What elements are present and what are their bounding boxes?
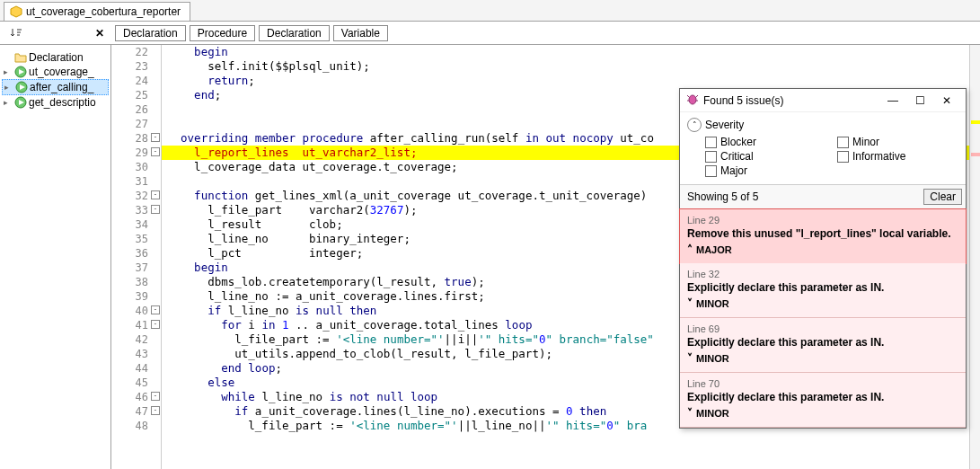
line-number: 37 [111, 261, 161, 275]
line-number: 30 [111, 160, 161, 174]
issue-item[interactable]: Line 29 Remove this unused "l_report_lin… [679, 208, 967, 264]
line-number: 29- [111, 146, 161, 160]
popup-titlebar: Found 5 issue(s) — ☐ ✕ [680, 89, 966, 112]
code-line[interactable]: self.init($$plsql_unit); [162, 59, 969, 74]
line-number: 27 [111, 117, 161, 131]
line-number: 38 [111, 275, 161, 289]
breadcrumb-item[interactable]: Procedure [190, 25, 255, 41]
breadcrumb-item[interactable]: Declaration [259, 25, 330, 41]
chevron-up-icon: ˄ [687, 118, 702, 132]
code-line[interactable]: begin [162, 45, 969, 59]
tree-item[interactable]: ▸ get_descriptio [2, 95, 109, 110]
line-number: 47- [111, 404, 161, 419]
severity-filter[interactable]: Critical [705, 150, 826, 163]
issue-message: Explicitly declare this parameter as IN. [687, 281, 958, 294]
tree-item-label: after_calling_ [30, 81, 93, 93]
fold-toggle[interactable]: - [151, 406, 160, 415]
fold-toggle[interactable]: - [151, 320, 160, 329]
line-number: 22 [111, 45, 161, 59]
line-number: 48 [111, 419, 161, 433]
tree-item-label: get_descriptio [29, 96, 96, 109]
chevron-right-icon: ▸ [4, 67, 13, 76]
severity-filter[interactable]: Major [705, 164, 826, 177]
issue-severity-label: MAJOR [696, 244, 732, 255]
issue-message: Explicitly declare this parameter as IN. [687, 336, 958, 349]
editor-tab-bar: ut_coverage_cobertura_reporter [0, 0, 980, 22]
chevron-down-icon: ˅ [687, 352, 693, 365]
line-number: 23 [111, 59, 161, 74]
issue-severity-label: MINOR [696, 298, 729, 309]
fold-toggle[interactable]: - [151, 133, 160, 142]
fold-toggle[interactable]: - [151, 392, 160, 401]
line-number: 43 [111, 347, 161, 361]
svg-marker-0 [11, 6, 22, 17]
issue-severity: ˅ MINOR [687, 407, 958, 420]
maximize-button[interactable]: ☐ [906, 92, 933, 110]
fold-toggle[interactable]: - [151, 147, 160, 156]
structure-tree: Declaration ▸ ut_coverage_▸ after_callin… [0, 45, 111, 469]
fold-toggle[interactable]: - [151, 205, 160, 214]
severity-filter-label: Blocker [720, 136, 756, 148]
issue-line: Line 70 [687, 378, 958, 389]
issue-severity: ˄ MAJOR [687, 243, 958, 256]
code-line[interactable]: return; [162, 74, 969, 88]
severity-filter[interactable]: Informative [837, 150, 958, 163]
breadcrumb-item[interactable]: Declaration [115, 25, 186, 41]
close-button[interactable]: ✕ [933, 92, 960, 110]
issue-message: Remove this unused "l_report_lines" loca… [687, 227, 958, 240]
issue-item[interactable]: Line 32 Explicitly declare this paramete… [680, 263, 966, 318]
clear-button[interactable]: Clear [923, 189, 962, 205]
minimize-button[interactable]: — [879, 92, 906, 110]
checkbox[interactable] [705, 137, 717, 148]
severity-filter-label: Critical [720, 150, 754, 163]
breadcrumb-chips: Declaration Procedure Declaration Variab… [110, 25, 388, 41]
folder-icon [14, 51, 27, 64]
severity-filter-label: Minor [852, 136, 879, 148]
line-number: 35 [111, 232, 161, 246]
severity-header[interactable]: ˄ Severity [680, 112, 966, 134]
line-number: 39 [111, 289, 161, 304]
line-number: 41- [111, 318, 161, 332]
checkbox[interactable] [705, 165, 717, 177]
method-icon [14, 96, 27, 109]
checkbox[interactable] [837, 151, 849, 163]
fold-toggle[interactable]: - [151, 305, 160, 314]
fold-toggle[interactable]: - [151, 190, 160, 199]
tree-item[interactable]: ▸ ut_coverage_ [2, 65, 109, 79]
svg-point-7 [689, 95, 696, 104]
chevron-right-icon: ▸ [4, 83, 13, 92]
bug-icon [685, 92, 700, 109]
issue-severity-label: MINOR [696, 353, 729, 364]
tree-item[interactable]: ▸ after_calling_ [2, 79, 109, 95]
line-number: 33- [111, 203, 161, 217]
severity-filter-label: Major [720, 164, 747, 177]
line-number: 46- [111, 390, 161, 404]
line-number: 25 [111, 88, 161, 102]
severity-filter[interactable]: Blocker [705, 136, 826, 148]
line-number: 40- [111, 304, 161, 318]
issues-popup: Found 5 issue(s) — ☐ ✕ ˄ Severity Blocke… [679, 88, 967, 429]
line-number: 44 [111, 361, 161, 376]
breadcrumb-item[interactable]: Variable [333, 25, 388, 41]
close-icon[interactable]: ✕ [95, 27, 104, 40]
editor-tab[interactable]: ut_coverage_cobertura_reporter [4, 2, 190, 21]
showing-count: Showing 5 of 5 [687, 190, 758, 203]
issue-item[interactable]: Line 69 Explicitly declare this paramete… [680, 318, 966, 373]
tree-root[interactable]: Declaration [2, 50, 109, 65]
issue-item[interactable]: Line 70 Explicitly declare this paramete… [680, 373, 966, 428]
severity-filters: BlockerMinorCriticalInformativeMajor [680, 134, 966, 184]
line-number: 28- [111, 131, 161, 146]
sort-icon[interactable] [9, 26, 23, 40]
line-number: 45 [111, 376, 161, 390]
severity-label: Severity [705, 119, 744, 131]
severity-filter[interactable]: Minor [837, 136, 958, 148]
issue-message: Explicitly declare this parameter as IN. [687, 391, 958, 403]
overview-ruler[interactable] [969, 45, 980, 469]
line-number: 32- [111, 189, 161, 203]
issue-line: Line 32 [687, 269, 958, 279]
checkbox[interactable] [837, 137, 849, 148]
checkbox[interactable] [705, 151, 717, 163]
tree-root-label: Declaration [29, 51, 84, 64]
line-number: 42 [111, 332, 161, 347]
popup-title: Found 5 issue(s) [700, 94, 879, 107]
